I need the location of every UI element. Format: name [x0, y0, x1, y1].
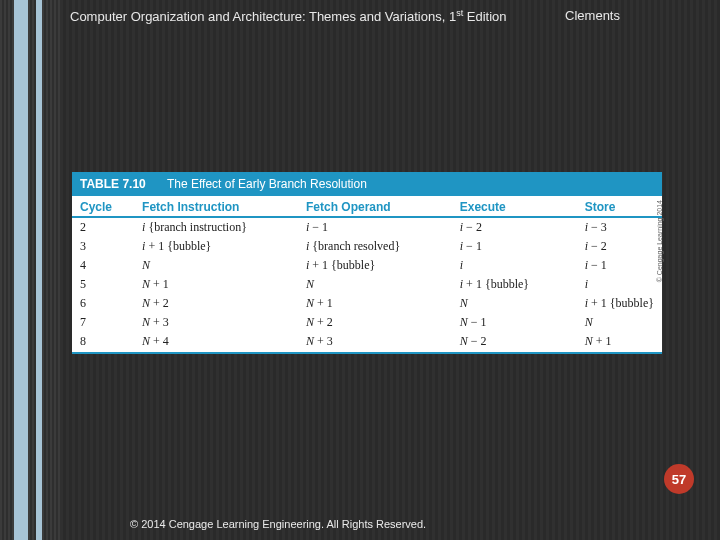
table-cell: N: [298, 275, 452, 294]
pipeline-table: Cycle Fetch Instruction Fetch Operand Ex…: [72, 196, 662, 354]
stripe: [42, 0, 60, 540]
table-cell: N: [577, 313, 662, 332]
table-cell: 2: [72, 217, 134, 237]
col-cycle: Cycle: [72, 196, 134, 217]
table-cell: N: [452, 294, 577, 313]
table-cell: 3: [72, 237, 134, 256]
table-cell: i − 2: [452, 217, 577, 237]
table-cell: i {branch instruction}: [134, 217, 298, 237]
table-cell: N + 1: [134, 275, 298, 294]
table-title-bar: TABLE 7.10 The Effect of Early Branch Re…: [72, 172, 662, 196]
footer-copyright: © 2014 Cengage Learning Engineering. All…: [130, 518, 426, 530]
table-label: TABLE 7.10: [80, 177, 146, 191]
col-store: Store: [577, 196, 662, 217]
table-cell: i − 1: [452, 237, 577, 256]
table-caption: The Effect of Early Branch Resolution: [167, 177, 367, 191]
table-cell: N + 4: [134, 332, 298, 353]
table-row: 3i + 1 {bubble}i {branch resolved}i − 1i…: [72, 237, 662, 256]
table-cell: i + 1 {bubble}: [452, 275, 577, 294]
table-cell: 5: [72, 275, 134, 294]
table-cell: i + 1 {bubble}: [134, 237, 298, 256]
table-cell: N − 2: [452, 332, 577, 353]
table-row: 2i {branch instruction}i − 1i − 2i − 3: [72, 217, 662, 237]
table-cell: i − 1: [577, 256, 662, 275]
table-cell: i: [452, 256, 577, 275]
table-cell: i − 1: [298, 217, 452, 237]
side-credit: © Cengage Learning 2014: [656, 200, 663, 282]
table-card: TABLE 7.10 The Effect of Early Branch Re…: [72, 172, 662, 354]
table-cell: N + 2: [298, 313, 452, 332]
slide: Computer Organization and Architecture: …: [0, 0, 720, 540]
table-cell: i − 3: [577, 217, 662, 237]
page-number: 57: [672, 472, 686, 487]
table-cell: N + 3: [298, 332, 452, 353]
table-cell: i + 1 {bubble}: [298, 256, 452, 275]
table-row: 6N + 2N + 1Ni + 1 {bubble}: [72, 294, 662, 313]
table-cell: 7: [72, 313, 134, 332]
table-cell: 8: [72, 332, 134, 353]
table-cell: N + 1: [298, 294, 452, 313]
table-cell: 4: [72, 256, 134, 275]
left-decor: [0, 0, 60, 540]
table-header-row: Cycle Fetch Instruction Fetch Operand Ex…: [72, 196, 662, 217]
table-cell: N + 3: [134, 313, 298, 332]
book-title-prefix: Computer Organization and Architecture: …: [70, 9, 456, 24]
col-fetch-instruction: Fetch Instruction: [134, 196, 298, 217]
header: Computer Organization and Architecture: …: [70, 8, 700, 24]
table-cell: N + 1: [577, 332, 662, 353]
table-cell: N: [134, 256, 298, 275]
table-cell: N + 2: [134, 294, 298, 313]
table-row: 5N + 1Ni + 1 {bubble}i: [72, 275, 662, 294]
stripe-blue: [14, 0, 28, 540]
page-number-badge: 57: [664, 464, 694, 494]
table-cell: N − 1: [452, 313, 577, 332]
table-cell: i {branch resolved}: [298, 237, 452, 256]
author: Clements: [565, 8, 620, 23]
table-row: 4Ni + 1 {bubble}ii − 1: [72, 256, 662, 275]
table-cell: 6: [72, 294, 134, 313]
book-title-suffix: Edition: [463, 9, 506, 24]
table-cell: i + 1 {bubble}: [577, 294, 662, 313]
col-fetch-operand: Fetch Operand: [298, 196, 452, 217]
table-row: 7N + 3N + 2N − 1N: [72, 313, 662, 332]
stripe: [0, 0, 14, 540]
col-execute: Execute: [452, 196, 577, 217]
stripe: [28, 0, 36, 540]
table-cell: i − 2: [577, 237, 662, 256]
table-cell: i: [577, 275, 662, 294]
table-row: 8N + 4N + 3N − 2N + 1: [72, 332, 662, 353]
